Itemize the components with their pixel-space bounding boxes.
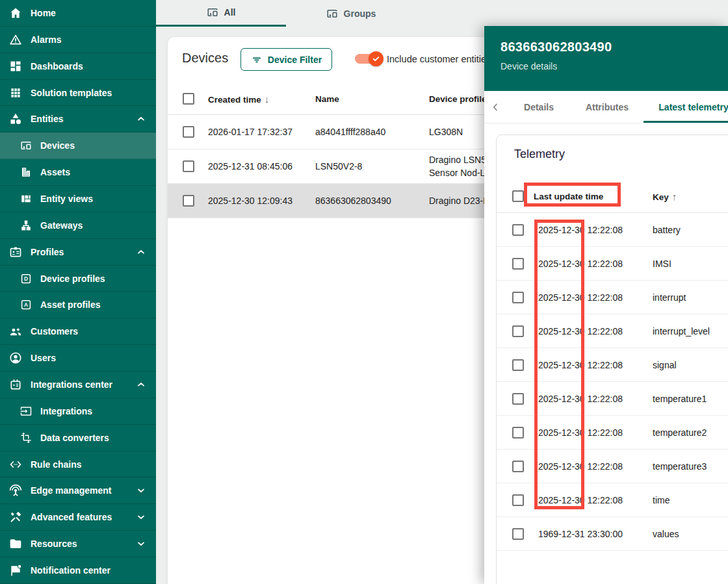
row-checkbox[interactable] — [512, 224, 524, 236]
row-checkbox[interactable] — [512, 494, 524, 506]
sidebar-item-users[interactable]: Users — [0, 345, 156, 372]
tab-latest-telemetry[interactable]: Latest telemetry — [657, 91, 728, 123]
cell-device-profile: Dragino D23-N — [429, 196, 489, 206]
gateways-icon — [20, 220, 32, 231]
sidebar-item-edge-management[interactable]: Edge management — [0, 477, 156, 504]
sidebar-item-gateways[interactable]: Gateways — [0, 212, 156, 239]
telemetry-row[interactable]: 2025-12-30 12:22:08 temperature3 — [497, 450, 728, 483]
sidebar-item-dashboards[interactable]: Dashboards — [0, 53, 156, 80]
sidebar-item-label: Edge management — [31, 485, 111, 496]
sidebar-item-home[interactable]: Home — [0, 0, 156, 27]
telemetry-row[interactable]: 2025-12-30 12:22:08 IMSI — [497, 247, 728, 281]
column-header-key[interactable]: Key↑ — [653, 190, 677, 201]
row-checkbox[interactable] — [512, 461, 524, 472]
device-details-panel: 863663062803490 Device details Details A… — [484, 26, 728, 584]
sidebar-item-resources[interactable]: Resources — [0, 531, 156, 557]
cell-last-update-time: 2025-12-30 12:22:08 — [538, 259, 623, 269]
sidebar-item-asset-profiles[interactable]: A Asset profiles — [0, 292, 156, 318]
sidebar-item-label: Entities — [31, 114, 64, 124]
entities-icon — [9, 112, 22, 125]
device-details-tabs: Details Attributes Latest telemetry — [484, 91, 728, 123]
cell-key: battery — [653, 225, 681, 235]
column-header-device-profile[interactable]: Device profile — [429, 94, 487, 104]
sidebar-item-data-converters[interactable]: Data converters — [0, 425, 156, 451]
include-customer-entities-toggle[interactable] — [355, 54, 382, 64]
cell-name: 863663062803490 — [315, 196, 391, 206]
active-tab-underline — [644, 121, 728, 123]
tab-attributes[interactable]: Attributes — [582, 91, 632, 123]
sidebar-item-label: Assets — [40, 167, 70, 177]
row-checkbox[interactable] — [512, 393, 524, 405]
sidebar-item-notification-center[interactable]: Notification center — [0, 557, 156, 584]
cell-created-time: 2025-12-30 12:09:43 — [208, 196, 292, 206]
sidebar-item-integrations[interactable]: Integrations — [0, 398, 156, 425]
sidebar-item-device-profiles[interactable]: D Device profiles — [0, 266, 156, 292]
cell-key: temperature2 — [653, 427, 707, 438]
tab-groups-label: Groups — [344, 8, 376, 19]
row-checkbox[interactable] — [512, 292, 524, 303]
row-checkbox[interactable] — [512, 258, 524, 270]
telemetry-row[interactable]: 2025-12-30 12:22:08 interrupt_level — [497, 314, 728, 348]
sidebar-item-alarms[interactable]: Alarms — [0, 27, 156, 53]
telemetry-row[interactable]: 2025-12-30 12:22:08 temperature1 — [497, 382, 728, 416]
solution-templates-icon — [9, 86, 22, 99]
include-customer-entities-label: Include customer entities — [387, 54, 491, 64]
sidebar-item-label: Asset profiles — [40, 299, 101, 310]
sidebar: Home Alarms Dashboards Solution template… — [0, 0, 156, 584]
telemetry-card: Telemetry Last update time Key↑ 2025-12-… — [496, 134, 728, 584]
telemetry-row[interactable]: 1969-12-31 23:30:00 values — [497, 517, 728, 551]
sidebar-item-profiles[interactable]: Profiles — [0, 239, 156, 266]
sidebar-item-entities[interactable]: Entities — [0, 106, 156, 133]
chevron-up-icon — [136, 379, 146, 390]
cell-key: time — [653, 495, 670, 505]
chevron-up-icon — [136, 114, 146, 124]
telemetry-row[interactable]: 2025-12-30 12:22:08 time — [497, 483, 728, 517]
tab-groups[interactable]: Groups — [286, 0, 416, 27]
cell-device-profile: LG308N — [429, 127, 463, 137]
select-all-checkbox[interactable] — [183, 93, 194, 105]
sidebar-item-solution-templates[interactable]: Solution templates — [0, 80, 156, 107]
telemetry-row[interactable]: 2025-12-30 12:22:08 signal — [497, 348, 728, 382]
cell-last-update-time: 2025-12-30 12:22:08 — [538, 427, 623, 438]
row-checkbox[interactable] — [183, 195, 194, 207]
sidebar-item-entity-views[interactable]: Entity views — [0, 186, 156, 212]
row-checkbox[interactable] — [183, 160, 194, 172]
row-checkbox[interactable] — [512, 427, 524, 438]
device-filter-button[interactable]: Device Filter — [240, 48, 332, 71]
sidebar-item-label: Integrations center — [31, 379, 112, 390]
telemetry-row[interactable]: 2025-12-30 12:22:08 battery — [497, 213, 728, 247]
sidebar-item-label: Resources — [31, 539, 77, 549]
telemetry-row[interactable]: 2025-12-30 12:22:08 temperature2 — [497, 416, 728, 450]
cell-key: interrupt_level — [653, 326, 710, 336]
sidebar-item-assets[interactable]: Assets — [0, 159, 156, 186]
column-header-last-update-time[interactable]: Last update time — [534, 191, 603, 201]
tab-all[interactable]: All — [156, 0, 286, 27]
select-all-checkbox[interactable] — [512, 190, 524, 202]
chevron-left-icon[interactable] — [489, 101, 501, 113]
profiles-icon — [9, 246, 22, 259]
sidebar-item-advanced-features[interactable]: Advanced features — [0, 504, 156, 531]
tab-details[interactable]: Details — [514, 91, 564, 123]
row-checkbox[interactable] — [512, 359, 524, 371]
sort-desc-icon: ↓ — [265, 94, 270, 105]
sidebar-item-label: Device profiles — [40, 273, 105, 284]
filter-icon — [251, 54, 263, 66]
cell-key: signal — [653, 360, 677, 370]
cell-last-update-time: 2025-12-30 12:22:08 — [538, 326, 623, 336]
column-header-name[interactable]: Name — [315, 94, 339, 104]
cell-name: a84041ffff288a40 — [315, 127, 385, 137]
row-checkbox[interactable] — [183, 126, 194, 138]
sidebar-item-integrations-center[interactable]: Integrations center — [0, 372, 156, 398]
row-checkbox[interactable] — [512, 528, 524, 540]
chevron-up-icon — [136, 247, 146, 257]
column-header-created-time[interactable]: Created time↓ — [208, 94, 269, 105]
devices-icon — [20, 140, 32, 151]
sidebar-item-rule-chains[interactable]: Rule chains — [0, 451, 156, 478]
row-checkbox[interactable] — [512, 325, 524, 337]
telemetry-row[interactable]: 2025-12-30 12:22:08 interrupt — [497, 281, 728, 314]
device-filter-label: Device Filter — [268, 55, 322, 65]
sidebar-item-customers[interactable]: Customers — [0, 318, 156, 345]
cell-key: IMSI — [653, 259, 671, 269]
sidebar-item-label: Data converters — [40, 433, 109, 443]
sidebar-item-devices[interactable]: Devices — [0, 133, 156, 159]
